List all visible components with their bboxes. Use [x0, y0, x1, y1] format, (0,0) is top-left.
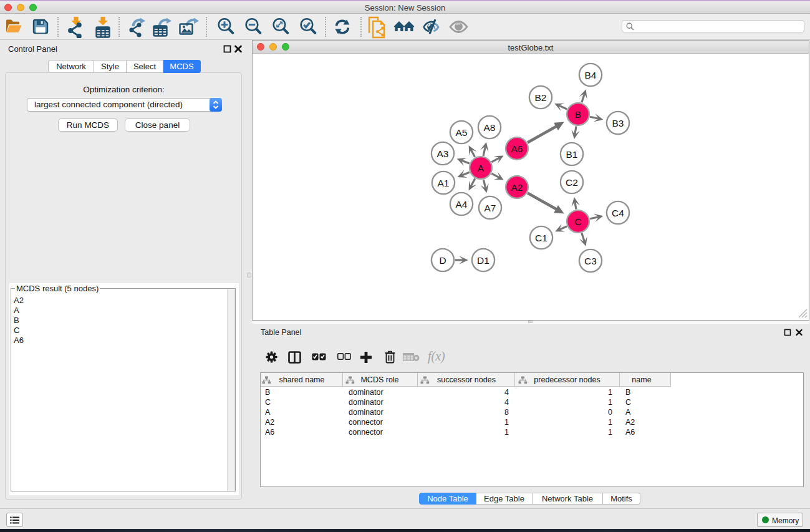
svg-text:C3: C3 [584, 256, 597, 266]
svg-text:B4: B4 [585, 70, 597, 80]
svg-text:A3: A3 [437, 148, 449, 159]
svg-text:A7: A7 [485, 203, 496, 213]
svg-text:A8: A8 [484, 122, 496, 133]
svg-text:A: A [478, 163, 485, 173]
svg-text:C4: C4 [612, 208, 624, 218]
svg-text:B: B [575, 109, 581, 120]
svg-text:D: D [439, 255, 446, 266]
svg-text:A5: A5 [456, 127, 468, 138]
svg-text:B2: B2 [535, 92, 547, 103]
svg-text:B1: B1 [566, 149, 578, 160]
svg-text:A6: A6 [511, 143, 523, 154]
svg-text:C1: C1 [535, 233, 547, 243]
svg-text:D1: D1 [477, 255, 489, 266]
svg-text:C: C [574, 216, 581, 227]
svg-text:A4: A4 [456, 199, 468, 210]
svg-text:A2: A2 [511, 182, 523, 193]
svg-text:C2: C2 [566, 177, 578, 188]
svg-text:B3: B3 [612, 118, 624, 128]
svg-text:A1: A1 [438, 178, 450, 188]
